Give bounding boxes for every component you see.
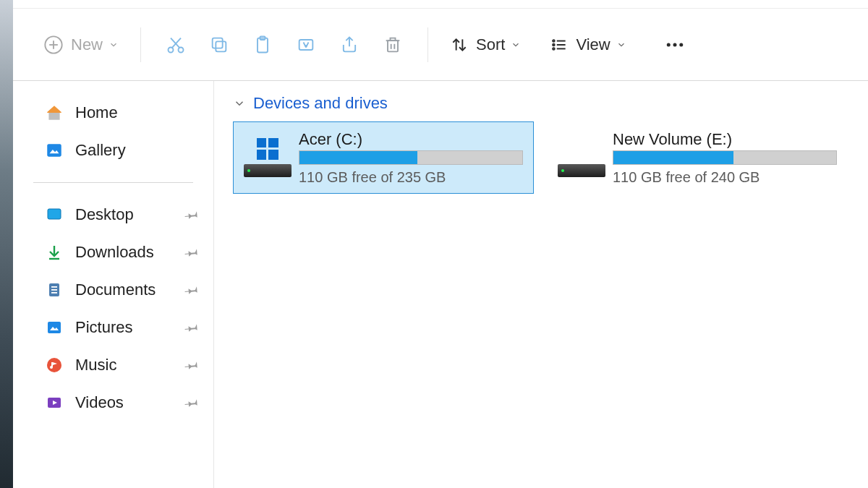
music-icon bbox=[45, 356, 64, 374]
videos-icon bbox=[45, 393, 64, 412]
titlebar-gap bbox=[13, 0, 868, 9]
sidebar-item-videos[interactable]: Videos bbox=[13, 384, 213, 421]
pin-icon bbox=[183, 318, 201, 336]
chevron-down-icon bbox=[511, 40, 521, 50]
drive-tile-e[interactable]: New Volume (E:) 110 GB free of 240 GB bbox=[547, 121, 848, 194]
drive-tile-c[interactable]: Acer (C:) 110 GB free of 235 GB bbox=[233, 121, 534, 194]
svg-rect-11 bbox=[299, 40, 313, 50]
toolbar-separator bbox=[140, 27, 141, 62]
svg-line-6 bbox=[171, 38, 179, 47]
file-explorer-window: New bbox=[13, 0, 868, 488]
sort-label: Sort bbox=[476, 35, 505, 54]
new-button[interactable]: New bbox=[35, 23, 127, 67]
pin-icon bbox=[183, 281, 201, 299]
sort-icon bbox=[450, 35, 469, 54]
drive-name: New Volume (E:) bbox=[613, 130, 837, 149]
drive-info: New Volume (E:) 110 GB free of 240 GB bbox=[613, 130, 837, 186]
svg-point-22 bbox=[553, 43, 555, 46]
sidebar-item-label: Downloads bbox=[75, 243, 154, 262]
svg-point-26 bbox=[666, 43, 670, 46]
group-header-devices[interactable]: Devices and drives bbox=[233, 94, 849, 113]
pin-icon bbox=[183, 393, 201, 411]
rename-button[interactable] bbox=[284, 23, 328, 67]
svg-line-5 bbox=[172, 38, 181, 47]
svg-rect-8 bbox=[213, 38, 223, 48]
new-label: New bbox=[71, 35, 103, 54]
group-title: Devices and drives bbox=[253, 94, 388, 113]
capacity-bar bbox=[613, 150, 837, 165]
sidebar-item-downloads[interactable]: Downloads bbox=[13, 234, 213, 271]
share-button[interactable] bbox=[328, 23, 371, 67]
sidebar-item-label: Music bbox=[75, 356, 116, 374]
gallery-icon bbox=[45, 141, 64, 160]
chevron-down-icon bbox=[109, 40, 119, 50]
sidebar-item-pictures[interactable]: Pictures bbox=[13, 309, 213, 346]
windows-icon bbox=[257, 138, 278, 160]
sidebar: Home Gallery Desktop bbox=[13, 81, 214, 488]
view-label: View bbox=[576, 35, 610, 54]
sidebar-item-label: Documents bbox=[75, 281, 156, 299]
sidebar-item-label: Videos bbox=[75, 393, 124, 412]
svg-point-39 bbox=[47, 358, 61, 372]
content-area: Devices and drives Acer (C:) 110 GB free… bbox=[214, 81, 868, 488]
sidebar-item-music[interactable]: Music bbox=[13, 346, 213, 384]
copy-button[interactable] bbox=[197, 23, 241, 67]
svg-rect-35 bbox=[51, 286, 57, 288]
ellipsis-icon bbox=[664, 34, 686, 56]
sidebar-divider bbox=[33, 182, 193, 183]
copy-icon bbox=[209, 35, 229, 55]
pin-icon bbox=[183, 356, 201, 374]
sidebar-item-label: Desktop bbox=[75, 205, 134, 224]
svg-point-28 bbox=[679, 43, 683, 46]
svg-point-20 bbox=[553, 40, 555, 42]
trash-icon bbox=[383, 35, 403, 55]
drive-status: 110 GB free of 240 GB bbox=[613, 169, 837, 186]
svg-rect-36 bbox=[51, 289, 57, 291]
drive-info: Acer (C:) 110 GB free of 235 GB bbox=[299, 130, 523, 186]
capacity-bar bbox=[299, 150, 523, 165]
svg-line-12 bbox=[304, 42, 307, 47]
scissors-icon bbox=[166, 35, 186, 55]
pin-icon bbox=[183, 243, 201, 261]
hdd-icon bbox=[558, 164, 605, 177]
drive-status: 110 GB free of 235 GB bbox=[299, 169, 523, 186]
clipboard-icon bbox=[252, 35, 273, 55]
cut-button[interactable] bbox=[154, 23, 197, 67]
paste-button[interactable] bbox=[241, 23, 284, 67]
share-icon bbox=[339, 35, 359, 55]
sidebar-item-documents[interactable]: Documents bbox=[13, 271, 213, 309]
svg-line-13 bbox=[306, 42, 309, 47]
desktop-icon bbox=[45, 205, 64, 224]
view-icon bbox=[550, 35, 569, 54]
sidebar-item-gallery[interactable]: Gallery bbox=[13, 132, 213, 169]
toolbar-separator bbox=[427, 27, 428, 62]
sidebar-item-label: Gallery bbox=[75, 141, 126, 160]
sidebar-item-desktop[interactable]: Desktop bbox=[13, 196, 213, 234]
body: Home Gallery Desktop bbox=[13, 81, 868, 488]
document-icon bbox=[45, 281, 64, 299]
sort-button[interactable]: Sort bbox=[441, 23, 529, 67]
chevron-down-icon bbox=[616, 40, 626, 50]
sidebar-item-label: Pictures bbox=[75, 318, 132, 337]
capacity-fill bbox=[613, 151, 733, 164]
svg-rect-37 bbox=[51, 292, 57, 294]
drives-row: Acer (C:) 110 GB free of 235 GB New V bbox=[233, 121, 849, 194]
rename-icon bbox=[296, 35, 316, 55]
desktop-wallpaper-sliver bbox=[0, 0, 13, 488]
svg-rect-30 bbox=[48, 209, 61, 219]
sidebar-item-home[interactable]: Home bbox=[13, 94, 213, 132]
svg-point-27 bbox=[673, 43, 676, 46]
svg-rect-38 bbox=[48, 322, 61, 333]
plus-circle-icon bbox=[43, 35, 64, 55]
download-icon bbox=[45, 243, 64, 262]
delete-button[interactable] bbox=[371, 23, 414, 67]
svg-rect-15 bbox=[388, 40, 398, 51]
view-button[interactable]: View bbox=[541, 23, 634, 67]
more-button[interactable] bbox=[655, 23, 694, 67]
sidebar-item-label: Home bbox=[75, 103, 118, 122]
drive-icon bbox=[237, 138, 299, 177]
hdd-icon bbox=[244, 164, 292, 177]
chevron-down-icon bbox=[233, 97, 246, 110]
capacity-fill bbox=[299, 151, 417, 164]
svg-point-24 bbox=[553, 48, 555, 50]
